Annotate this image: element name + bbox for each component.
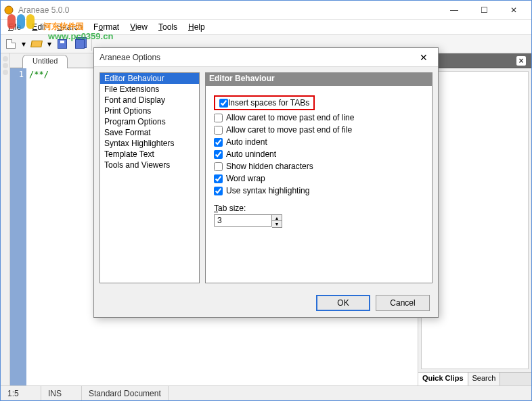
ok-button[interactable]: OK (316, 295, 370, 311)
category-syntax-highlighters[interactable]: Syntax Highlighters (100, 138, 199, 149)
tab-size-input[interactable] (214, 214, 272, 227)
line-number-gutter: 1 (10, 68, 26, 385)
options-dialog: Araneae Options ✕ Editor Behaviour File … (93, 47, 439, 318)
category-list[interactable]: Editor Behaviour File Extensions Font an… (99, 72, 200, 283)
menu-search[interactable]: Search (52, 21, 87, 33)
menu-format[interactable]: Format (89, 21, 124, 33)
toolbar-separator (91, 37, 92, 51)
dialog-right-pane: Editor Behaviour Insert spaces for TABs … (205, 72, 433, 283)
app-icon (3, 5, 14, 16)
panel-heading: Editor Behaviour (205, 72, 433, 86)
tab-quick-clips[interactable]: Quick Clips (418, 373, 468, 385)
checkbox-show-hidden[interactable] (214, 162, 223, 171)
category-template-text[interactable]: Template Text (100, 149, 199, 160)
menu-edit[interactable]: Edit (27, 21, 51, 33)
save-icon (58, 39, 67, 49)
open-file-dropdown[interactable]: ▾ (47, 39, 52, 49)
category-print-options[interactable]: Print Options (100, 105, 199, 116)
status-insert-mode: INS (41, 386, 82, 400)
spin-down-button[interactable]: ▼ (272, 221, 282, 227)
menu-view[interactable]: View (125, 21, 152, 33)
label-caret-eol: Allow caret to move past end of line (226, 113, 354, 122)
file-tab-untitled[interactable]: Untitled (22, 55, 68, 68)
checkbox-auto-indent[interactable] (214, 138, 223, 147)
minimize-button[interactable]: — (439, 1, 469, 19)
dialog-footer: OK Cancel (94, 289, 438, 317)
highlighted-option: Insert spaces for TABs (214, 95, 315, 110)
label-insert-spaces: Insert spaces for TABs (228, 98, 309, 108)
close-button[interactable]: ✕ (499, 1, 529, 19)
tab-size-label: Tab size: (214, 204, 424, 213)
label-caret-eof: Allow caret to move past end of file (226, 125, 352, 135)
checkbox-auto-unindent[interactable] (214, 150, 223, 159)
new-file-button[interactable] (3, 37, 18, 51)
dialog-title-bar: Araneae Options ✕ (94, 48, 438, 67)
dialog-close-button[interactable]: ✕ (415, 49, 433, 66)
label-word-wrap: Word wrap (226, 174, 265, 183)
window-title: Araneae 5.0.0 (18, 5, 439, 15)
save-all-button[interactable] (72, 37, 87, 51)
label-auto-unindent: Auto unindent (226, 149, 276, 159)
checkbox-caret-eof[interactable] (214, 126, 223, 135)
open-file-button[interactable] (29, 37, 44, 51)
checkbox-word-wrap[interactable] (214, 174, 223, 183)
title-bar: Araneae 5.0.0 — ☐ ✕ (1, 1, 531, 20)
svg-point-0 (5, 6, 13, 14)
menu-tools[interactable]: Tools (154, 21, 182, 33)
status-position: 1:5 (1, 386, 41, 400)
label-show-hidden: Show hidden characters (226, 162, 313, 171)
category-program-options[interactable]: Program Options (100, 116, 199, 127)
folder-icon (30, 41, 43, 47)
checkbox-insert-spaces[interactable] (219, 99, 228, 108)
category-editor-behaviour[interactable]: Editor Behaviour (100, 73, 199, 84)
save-button[interactable] (55, 37, 70, 51)
category-save-format[interactable]: Save Format (100, 127, 199, 138)
cancel-button[interactable]: Cancel (376, 295, 430, 311)
menu-help[interactable]: Help (183, 21, 210, 33)
checkbox-caret-eol[interactable] (214, 114, 223, 122)
tab-size-spinbox: ▲ ▼ (214, 214, 424, 228)
spin-up-button[interactable]: ▲ (272, 215, 282, 221)
new-file-dropdown[interactable]: ▾ (21, 39, 26, 49)
status-bar: 1:5 INS Standard Document (1, 385, 531, 400)
label-auto-indent: Auto indent (226, 137, 267, 147)
label-syntax-highlighting: Use syntax highlighting (226, 186, 309, 195)
menu-file[interactable]: File (3, 21, 26, 33)
dialog-title: Araneae Options (99, 53, 415, 62)
tab-search[interactable]: Search (468, 373, 501, 385)
dialog-body: Editor Behaviour File Extensions Font an… (94, 67, 438, 289)
options-panel: Insert spaces for TABs Allow caret to mo… (205, 86, 433, 283)
status-doc-type: Standard Document (82, 386, 169, 400)
left-gutter (1, 53, 10, 385)
category-tools-viewers[interactable]: Tools and Viewers (100, 160, 199, 170)
menu-bar: File Edit Search Format View Tools Help (1, 20, 531, 34)
category-font-display[interactable]: Font and Display (100, 95, 199, 105)
maximize-button[interactable]: ☐ (469, 1, 499, 19)
category-file-extensions[interactable]: File Extensions (100, 84, 199, 95)
checkbox-syntax-highlighting[interactable] (214, 187, 223, 195)
panel-close-button[interactable]: × (516, 56, 526, 66)
file-icon (6, 39, 16, 49)
save-all-icon (75, 39, 85, 49)
right-panel-tabs: Quick Clips Search (418, 372, 531, 385)
